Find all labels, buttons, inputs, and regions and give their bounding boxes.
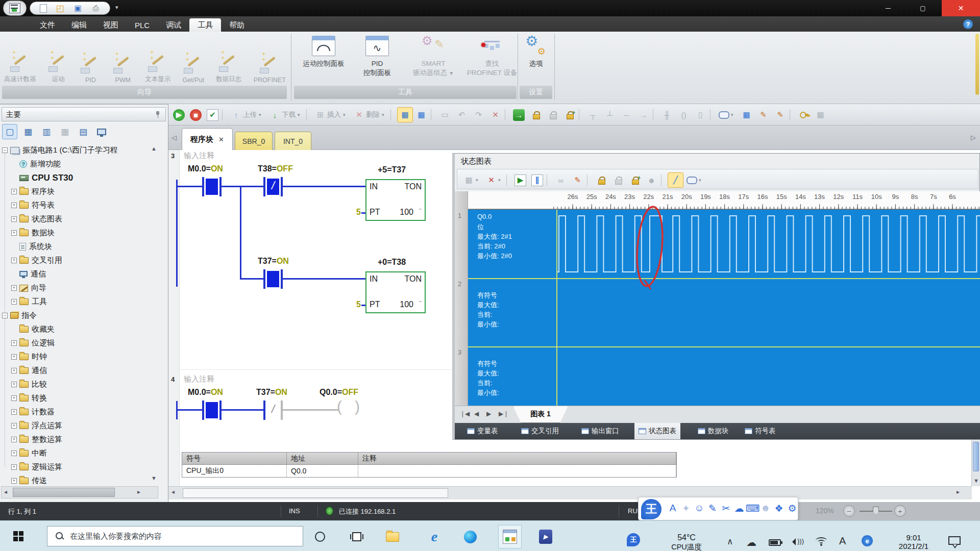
tree-item-符号表[interactable]: +符号表 [11, 198, 55, 212]
help-icon[interactable]: ? [963, 19, 973, 29]
contact-M0.0[interactable] [202, 400, 222, 420]
tree-scroll-down-icon[interactable]: ▼ [151, 475, 157, 481]
media-player-icon[interactable]: ▶ [539, 530, 552, 543]
contact-label[interactable]: M0.0=ON [188, 388, 223, 397]
print-icon[interactable]: ⎙ [91, 4, 101, 13]
tree-item-中断[interactable]: +中断 [11, 446, 47, 460]
pin-icon[interactable] [154, 111, 161, 118]
symbol-table-cell[interactable] [358, 465, 676, 477]
tree-item-振荡电路1 (C:\西门子学习程[interactable]: −振荡电路1 (C:\西门子学习程 [2, 143, 118, 157]
tree-expander-icon[interactable]: + [11, 409, 17, 415]
contact-T37[interactable] [263, 269, 283, 289]
ime-icon-2[interactable]: ☺ [693, 503, 706, 514]
tree-item-指令[interactable]: −指令 [2, 309, 37, 322]
tab-int0[interactable]: INT_0 [275, 132, 311, 150]
tree-hscrollbar[interactable]: ◂ ▸ [1, 486, 158, 498]
tree-hscroll-thumb[interactable] [13, 488, 115, 497]
tree-expander-icon[interactable]: + [11, 423, 17, 429]
view-table-doc-icon[interactable]: ▥ [39, 124, 54, 139]
tree-expander-icon[interactable]: + [11, 230, 17, 236]
contact-M0.0[interactable] [202, 177, 222, 196]
ime-icon-4[interactable]: ✂ [719, 503, 732, 514]
contact-T37-nc-off[interactable]: / [263, 400, 283, 420]
tree-item-CPU ST30[interactable]: CPU ST30 [11, 171, 73, 185]
editor-hscroll-thumb[interactable] [183, 488, 448, 498]
app-menu-button[interactable] [3, 1, 27, 16]
editor-vscroll-thumb[interactable] [973, 442, 979, 471]
goto-button[interactable]: → [511, 107, 526, 122]
tree-expander-icon[interactable]: + [11, 258, 17, 263]
tree-item-向导[interactable]: +向导 [11, 281, 46, 295]
timer-box-T38[interactable]: IN TON PT 100 [365, 271, 426, 313]
wizard-button-PROFINET[interactable]: PROFINET [254, 35, 286, 84]
tree-item-通信[interactable]: 通信 [11, 267, 46, 281]
box-button[interactable]: ▯ [693, 107, 708, 122]
ribbon-button-SMART[interactable]: SMART驱动器组态▼ [402, 36, 464, 78]
tree-item-程序块[interactable]: +程序块 [11, 185, 55, 198]
wizard-button-PID[interactable]: PID [80, 35, 101, 84]
coil-button[interactable]: () [676, 107, 691, 122]
tree-expander-icon[interactable]: + [11, 216, 17, 222]
ribbon-button-选项[interactable]: 选项 [522, 36, 550, 68]
tab-sbr0[interactable]: SBR_0 [235, 132, 273, 150]
tree-expander-icon[interactable]: + [11, 340, 17, 346]
tree-expander-icon[interactable]: + [11, 354, 17, 360]
tree-scroll-up-icon[interactable]: ▲ [151, 145, 157, 152]
tabs-scroll-left-icon[interactable]: ◁ [172, 134, 177, 141]
timer-box-T37[interactable]: IN TON PT 100 [365, 179, 426, 221]
stop-button[interactable]: ■ [188, 107, 203, 122]
tree-expander-icon[interactable]: + [11, 299, 17, 305]
wizard-button-运动[interactable]: 运动 [48, 35, 68, 84]
edge-tray-icon[interactable]: e [862, 535, 873, 546]
tag-button[interactable]: ▾ [717, 107, 735, 122]
ribbon-button-运动控制面板[interactable]: 运动控制面板 [295, 36, 352, 68]
tree-expander-icon[interactable]: + [11, 478, 17, 484]
contact-label[interactable]: T37=ON [258, 257, 289, 266]
tree-expander-icon[interactable]: + [11, 464, 17, 470]
undo-button[interactable]: ↶ [454, 107, 469, 122]
menu-item-文件[interactable]: 文件 [32, 18, 63, 32]
ime-icon-9[interactable]: ⚙ [786, 503, 799, 514]
wizard-button-Get/Put[interactable]: Get/Put [183, 35, 204, 84]
tree-item-工具[interactable]: +工具 [11, 295, 47, 309]
maximize-button[interactable]: ▢ [908, 0, 938, 16]
wizard-button-高速计数器[interactable]: 高速计数器 [4, 35, 36, 84]
wizard-button-文本显示[interactable]: 文本显示 [145, 35, 170, 84]
timer-pt-operand[interactable]: 5 [356, 208, 361, 217]
compile-button[interactable]: ✔ [205, 107, 220, 122]
notification-center-icon[interactable] [948, 536, 961, 545]
wire-arrow-button[interactable]: → [636, 107, 651, 122]
wizard-button-数据日志[interactable]: 数据日志 [216, 35, 241, 84]
prop-table-button[interactable]: ▦ [813, 107, 828, 122]
view-lad-button[interactable]: ▦ [397, 107, 413, 122]
tab-close-icon[interactable]: ✕ [218, 136, 224, 143]
scroll-down-icon[interactable]: ▼ [973, 478, 979, 484]
insert-button[interactable]: ⊞插入▾ [313, 107, 347, 122]
wire-down-button[interactable]: ┬ [585, 107, 600, 122]
lock-gray-button[interactable] [545, 107, 560, 122]
wizard-button-PWM[interactable]: PWM [113, 35, 133, 84]
tree-item-新增功能[interactable]: ?新增功能 [11, 157, 61, 171]
symbol-table-cell[interactable]: CPU_输出0 [182, 465, 287, 477]
coil-Q0.0[interactable]: ( ) [337, 398, 360, 415]
wifi-icon[interactable] [816, 537, 827, 545]
tree-expander-icon[interactable]: + [11, 189, 17, 194]
view-monitor-icon[interactable] [94, 124, 109, 139]
upload-button[interactable]: ↑上传▾ [229, 107, 263, 122]
contact-label[interactable]: M0.0=ON [188, 164, 223, 173]
zoom-in-button[interactable]: + [894, 505, 906, 517]
tabs-scroll-right-icon[interactable]: ▷ [971, 134, 976, 141]
tree-expander-icon[interactable]: + [11, 437, 17, 442]
tree-expander-icon[interactable]: + [11, 450, 17, 456]
save-icon[interactable]: ▣ [74, 4, 83, 13]
menu-item-工具[interactable]: 工具 [189, 18, 221, 32]
tree-expander-icon[interactable]: + [11, 285, 17, 291]
menu-item-帮助[interactable]: 帮助 [221, 18, 253, 32]
tree-expander-icon[interactable]: − [2, 313, 8, 318]
ime-icon-3[interactable]: ✎ [706, 503, 719, 514]
tree-item-浮点运算[interactable]: +浮点运算 [11, 419, 62, 433]
menu-item-视图[interactable]: 视图 [95, 18, 127, 32]
run-button[interactable]: ▶ [172, 107, 186, 122]
plc-software-taskbar-icon[interactable] [498, 525, 522, 548]
cortana-icon[interactable] [313, 530, 327, 543]
